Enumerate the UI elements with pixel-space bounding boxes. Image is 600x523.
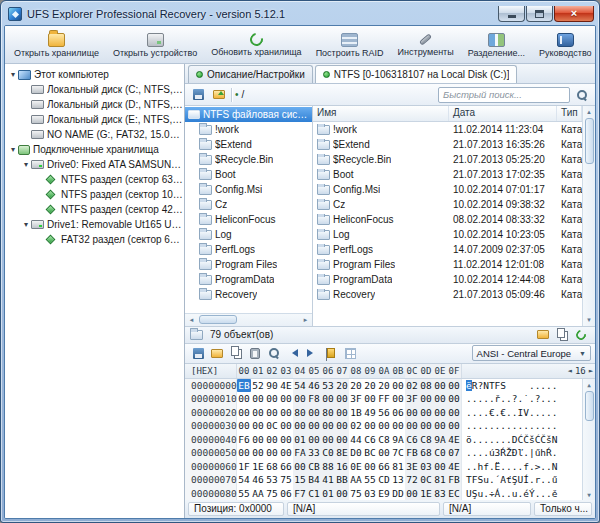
expander-icon[interactable]: ▾ — [8, 145, 18, 155]
goto-left-button[interactable] — [284, 345, 302, 361]
hex-byte[interactable]: 53 — [321, 379, 335, 393]
hex-byte[interactable]: BB — [335, 473, 349, 487]
hex-byte[interactable]: 9A — [433, 433, 447, 447]
hex-byte[interactable]: 00 — [433, 392, 447, 406]
hex-byte[interactable]: 01 — [293, 433, 307, 447]
hex-byte[interactable]: 00 — [237, 392, 251, 406]
close-button[interactable]: × — [554, 6, 594, 22]
hex-byte[interactable]: 83 — [433, 487, 447, 501]
scroll-up-icon[interactable]: ▲ — [583, 379, 596, 391]
fs-folder-item[interactable]: $Extend — [185, 137, 312, 152]
hex-vscrollbar[interactable]: ▲ ▼ — [582, 379, 595, 501]
hex-byte[interactable]: CB — [307, 460, 321, 474]
hex-byte[interactable]: 20 — [335, 379, 349, 393]
refresh-small-button[interactable] — [572, 327, 590, 343]
scroll-right-icon[interactable]: ► — [299, 314, 312, 326]
hex-byte[interactable]: 00 — [307, 406, 321, 420]
hex-byte[interactable]: 03 — [363, 487, 377, 501]
hex-ascii[interactable]: ....€.€..IV..... — [461, 406, 582, 420]
filelist-vscrollbar[interactable]: ▲ ▼ — [582, 106, 595, 326]
table-row[interactable]: Log10.02.2014 10:23:05Каталог — [313, 227, 582, 242]
hex-byte[interactable]: 3F — [349, 392, 363, 406]
hex-byte[interactable]: F8 — [307, 392, 321, 406]
copy-button[interactable] — [553, 327, 571, 343]
hex-byte[interactable]: 20 — [363, 379, 377, 393]
hex-byte[interactable]: 00 — [321, 419, 335, 433]
tree-item[interactable]: ▾Этот компьютер — [5, 67, 184, 82]
expander-icon[interactable]: ▾ — [8, 70, 18, 80]
hex-byte[interactable]: 00 — [251, 433, 265, 447]
hex-byte[interactable]: 00 — [279, 446, 293, 460]
hex-byte[interactable]: 00 — [251, 392, 265, 406]
find-button[interactable] — [265, 345, 283, 361]
hex-ascii[interactable]: ................ — [461, 419, 582, 433]
hex-byte[interactable]: 00 — [265, 446, 279, 460]
hex-byte[interactable]: 00 — [447, 419, 461, 433]
fs-folder-item[interactable]: !work — [185, 122, 312, 137]
hex-byte[interactable]: 3E — [405, 460, 419, 474]
fs-folder-item[interactable]: $Recycle.Bin — [185, 152, 312, 167]
hex-byte[interactable]: C8 — [419, 433, 433, 447]
minimize-button[interactable] — [498, 6, 525, 22]
hex-byte[interactable]: 81 — [433, 473, 447, 487]
hex-byte[interactable]: C1 — [307, 487, 321, 501]
hex-byte[interactable]: 00 — [251, 419, 265, 433]
hex-byte[interactable]: 00 — [391, 419, 405, 433]
fs-folder-item[interactable]: Program Files — [185, 257, 312, 272]
titlebar[interactable]: UFS Explorer Professional Recovery - ver… — [4, 1, 596, 25]
hex-ascii[interactable]: ..hf.Ë....f.>..N — [461, 460, 582, 474]
hex-byte[interactable]: 54 — [237, 473, 251, 487]
tree-item[interactable]: NTFS раздел (сектор 420340788, 97.6... — [5, 202, 184, 217]
fs-folder-item[interactable]: HeliconFocus — [185, 212, 312, 227]
hex-byte[interactable]: 00 — [237, 406, 251, 420]
hex-byte[interactable]: 4E — [279, 379, 293, 393]
hex-byte[interactable]: 52 — [251, 379, 265, 393]
hex-byte[interactable]: 55 — [363, 473, 377, 487]
hex-byte[interactable]: 54 — [293, 379, 307, 393]
hex-byte[interactable]: 01 — [321, 487, 335, 501]
fstree-hscrollbar[interactable]: ◄ ► — [185, 313, 312, 326]
hex-byte[interactable]: 00 — [279, 392, 293, 406]
hex-byte[interactable]: 72 — [405, 473, 419, 487]
tree-item[interactable]: FAT32 раздел (сектор 63, 15.06ГБ) — [5, 232, 184, 247]
table-row[interactable]: PerfLogs14.07.2009 02:37:05Каталог — [313, 242, 582, 257]
hex-byte[interactable]: 66 — [377, 460, 391, 474]
hex-byte[interactable]: 4E — [447, 460, 461, 474]
hex-ascii[interactable]: ö.......DĆČšĆČšN — [461, 433, 582, 447]
hex-byte[interactable]: FF — [377, 392, 391, 406]
table-row[interactable]: HeliconFocus08.02.2014 08:33:32Каталог — [313, 212, 582, 227]
scrollbar-thumb[interactable] — [199, 315, 237, 324]
hex-byte[interactable]: 20 — [377, 379, 391, 393]
hex-byte[interactable]: 00 — [377, 419, 391, 433]
hex-byte[interactable]: 02 — [405, 379, 419, 393]
scrollbar-thumb[interactable] — [585, 391, 594, 421]
hex-byte[interactable]: 75 — [265, 487, 279, 501]
table-row[interactable]: ProgramData10.02.2014 12:44:08Каталог — [313, 272, 582, 287]
hex-byte[interactable]: 00 — [307, 419, 321, 433]
hex-byte[interactable]: 13 — [391, 473, 405, 487]
hex-byte[interactable]: EB — [237, 379, 251, 393]
fs-folder-item[interactable]: ProgramData — [185, 272, 312, 287]
toolbar-button-open-device[interactable]: Открыть устройство — [107, 27, 203, 62]
hex-byte[interactable]: 00 — [447, 406, 461, 420]
quick-search-input[interactable]: Быстрый поиск... — [438, 87, 570, 103]
hex-byte[interactable]: 16 — [335, 460, 349, 474]
table-row[interactable]: $Recycle.Bin21.07.2013 05:25:20Каталог — [313, 152, 582, 167]
hex-byte[interactable]: 88 — [321, 460, 335, 474]
hex-byte[interactable]: FB — [405, 446, 419, 460]
bytes-per-row-control[interactable]: ◄16► — [568, 366, 593, 376]
hex-byte[interactable]: 20 — [349, 379, 363, 393]
tab-ntfs[interactable]: NTFS [0-106318107 на Local Disk (C:)] — [315, 65, 518, 83]
hex-byte[interactable]: 81 — [391, 460, 405, 474]
fs-root-item[interactable]: NTFS файловая система — [185, 107, 312, 122]
hex-ascii[interactable]: TFSu.´AťŞUÍ.r..ű — [461, 473, 582, 487]
hex-byte[interactable]: C8 — [377, 433, 391, 447]
hex-byte[interactable]: 00 — [335, 419, 349, 433]
hex-ascii[interactable]: UŞu.÷Á..u.éÝ...ě — [461, 487, 582, 501]
hex-ascii[interactable]: ëR?NTFS ..... — [461, 379, 582, 393]
hex-byte[interactable]: 00 — [433, 379, 447, 393]
column-header-name[interactable]: Имя — [313, 106, 449, 121]
hex-byte[interactable]: 66 — [279, 460, 293, 474]
hex-byte[interactable]: 00 — [265, 433, 279, 447]
hex-byte[interactable]: E9 — [377, 487, 391, 501]
